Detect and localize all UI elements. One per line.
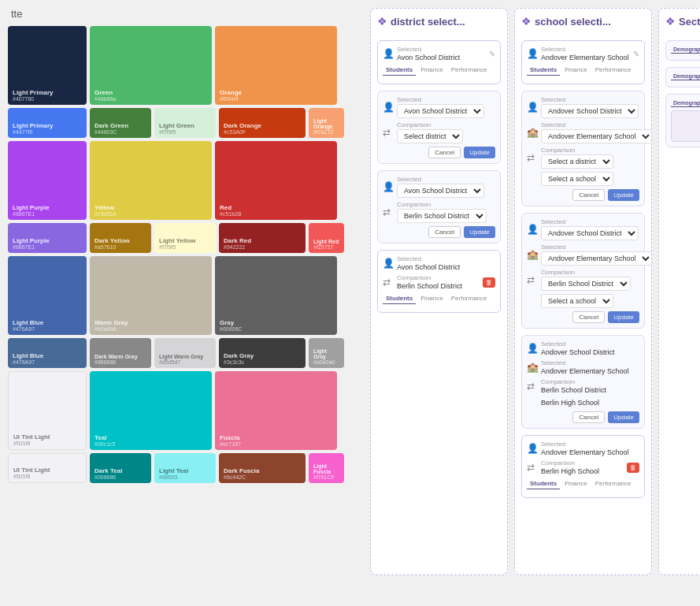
tab-students-4[interactable]: Students <box>383 293 416 304</box>
selected-school-s2[interactable]: Andover Elementary School <box>541 129 652 143</box>
school-tab-performance-1[interactable]: Performance <box>592 65 635 76</box>
school-icon-2b: 🏫 <box>527 127 538 138</box>
color-row-1: Light Primary #407780 Green #4db86a Oran… <box>8 26 362 105</box>
school-person-icon-1: 👤 <box>527 48 538 59</box>
compare-icon-s4a: ⇄ <box>527 381 538 392</box>
district-card-2: 👤 Selected Avon School District ⇄ Compar… <box>377 91 501 164</box>
person-icon-3: 👤 <box>383 181 394 192</box>
school-cancel-btn-3[interactable]: Cancel <box>572 311 605 323</box>
swatch-dark-gray: Dark Gray #3c3c3c <box>219 338 306 368</box>
comparison-school-s2[interactable]: Select a school <box>541 172 613 186</box>
comparison-school-s3[interactable]: Select a school <box>541 294 613 308</box>
school-field-row-3b: 🏫 Selected Andover Elementary School <box>527 244 639 266</box>
school-field-row-3a: 👤 Selected Andover School District <box>527 218 639 240</box>
school-card-2: 👤 Selected Andover School District 🏫 Sel… <box>521 91 645 206</box>
section-tab-demographic-2[interactable]: Demographic <box>671 72 700 80</box>
school-tab-row-5: Students Finance Performance <box>527 478 639 489</box>
swatch-red: Red #c51b2B <box>215 141 337 220</box>
swatch-fuscia: Fuscia #ec7197 <box>215 371 337 450</box>
comparison-district-3[interactable]: Berlin School District <box>397 209 487 223</box>
district-panel-header: ❖ district select... <box>377 15 501 32</box>
school-tab-students-5[interactable]: Students <box>527 478 560 489</box>
swatch-purple: Light Purple #8867E1 <box>8 141 87 220</box>
section-panel-icon: ❖ <box>665 15 676 28</box>
school-btn-row-2: Cancel Update <box>527 189 639 201</box>
edit-icon-1[interactable]: ✎ <box>489 50 495 58</box>
school-tab-finance-5[interactable]: Finance <box>561 478 590 489</box>
compare-icon-2: ⇄ <box>383 127 394 138</box>
selected-school-s3[interactable]: Andover Elementary School <box>541 251 652 266</box>
section-tab-row-2: Demographic Perf <box>671 72 700 80</box>
person-icon-1: 👤 <box>383 48 394 59</box>
school-field-row-4a: 👤 Selected Andover School District <box>527 340 639 356</box>
person-icon-2: 👤 <box>383 102 394 113</box>
tab-finance-1[interactable]: Finance <box>417 65 446 76</box>
comparison-district-s3[interactable]: Berlin School District <box>541 277 631 291</box>
school-update-btn-3[interactable]: Update <box>608 311 639 323</box>
compare-icon-4: ⇄ <box>383 277 394 288</box>
selected-district-s3[interactable]: Andover School District <box>541 226 639 240</box>
swatch-dark-warm-gray: Dark Warm Gray #888888 <box>90 338 151 368</box>
school-panel: ❖ school selecti... 👤 Selected Andover E… <box>514 8 652 575</box>
swatch-light-purple: Light Purple #8867E1 <box>8 223 87 253</box>
comparison-field-row-2: ⇄ Comparison Select district <box>383 121 495 143</box>
comparison-district-s2[interactable]: Select a district <box>541 154 613 169</box>
school-edit-icon-1[interactable]: ✎ <box>633 50 639 58</box>
district-tab-row-4: Students Finance Performance <box>383 293 495 304</box>
update-btn-3[interactable]: Update <box>464 226 495 238</box>
swatch-light-blue: Light Blue #476A97 <box>8 338 87 368</box>
section-card-2: Demographic Perf <box>665 67 700 87</box>
school-delete-btn-5[interactable]: 🗑 <box>627 463 639 473</box>
color-row-5: Light Blue #476A97 Warm Gray #b0a88A Gra… <box>8 256 362 335</box>
swatch-light-warm-gray: Light Warm Gray #d5d5d7 <box>154 338 216 368</box>
swatch-light-green: Light Green #f7f9f5 <box>154 108 216 138</box>
cancel-btn-3[interactable]: Cancel <box>428 226 461 238</box>
school-update-btn-4[interactable]: Update <box>608 411 639 423</box>
selected-district-2[interactable]: Avon School District <box>397 104 484 118</box>
comparison-field-row-3: ⇄ Comparison Berlin School District <box>383 201 495 223</box>
section-panel: ❖ Section Fil Demographic Finance Perf D… <box>658 8 700 575</box>
selected-district-3[interactable]: Avon School District <box>397 184 484 198</box>
school-panel-icon: ❖ <box>521 15 531 28</box>
tab-performance-1[interactable]: Performance <box>448 65 491 76</box>
selected-district-s2[interactable]: Andover School District <box>541 104 639 118</box>
school-icon-3b: 🏫 <box>527 249 538 260</box>
section-panel-title: Section Fil <box>679 16 700 28</box>
school-panel-header: ❖ school selecti... <box>521 15 645 32</box>
tab-performance-4[interactable]: Performance <box>448 293 491 304</box>
swatch-light-red: Light Red #f25757 <box>309 223 344 253</box>
school-tab-students-1[interactable]: Students <box>527 65 560 76</box>
school-panel-title: school selecti... <box>535 16 611 28</box>
school-update-btn-2[interactable]: Update <box>608 189 639 201</box>
district-card-4: 👤 Selected Avon School District ⇄ Compar… <box>377 250 501 313</box>
school-tab-finance-1[interactable]: Finance <box>561 65 590 76</box>
swatch-ui-tint: UI Tint Light #f1f1f6 <box>8 371 87 450</box>
comparison-district-2[interactable]: Select district <box>397 129 463 143</box>
section-empty-box <box>671 110 700 142</box>
color-grid: Light Primary #407780 Green #4db86a Oran… <box>8 26 362 483</box>
school-comparison-row-4b: ⇄ Berlin High School <box>527 397 639 408</box>
section-tab-demographic-3[interactable]: Demographic <box>671 99 700 107</box>
school-comparison-row-3a: ⇄ Comparison Berlin School District <box>527 269 639 291</box>
tab-finance-4[interactable]: Finance <box>417 293 446 304</box>
school-icon-5a: 👤 <box>527 443 538 454</box>
tab-students-1[interactable]: Students <box>383 65 416 76</box>
section-tab-demographic-1[interactable]: Demographic <box>671 46 700 54</box>
update-btn-2[interactable]: Update <box>464 147 495 158</box>
swatch-green: Green #4db86a <box>90 26 212 105</box>
swatch-dark-navy: Light Primary #407780 <box>8 26 87 105</box>
school-cancel-btn-2[interactable]: Cancel <box>572 189 605 201</box>
section-tab-row-1: Demographic Finance Perf <box>671 46 700 54</box>
color-row-8: UI Tint Light #f1f1f6 Dark Teal #008686 … <box>8 453 362 483</box>
district-field-row-1: 👤 Selected Avon School District ✎ <box>383 46 495 61</box>
delete-btn-4[interactable]: 🗑 <box>483 277 495 288</box>
swatch-light-primary: Light Primary #4477f0 <box>8 108 87 138</box>
school-tab-performance-5[interactable]: Performance <box>592 478 635 489</box>
school-cancel-btn-4[interactable]: Cancel <box>572 411 605 423</box>
section-panel-header: ❖ Section Fil <box>665 15 700 32</box>
swatch-gray: Gray #60606C <box>215 256 337 335</box>
compare-icon-s3a: ⇄ <box>527 274 538 285</box>
cancel-btn-2[interactable]: Cancel <box>428 147 461 158</box>
btn-row-2: Cancel Update <box>383 147 495 158</box>
school-icon-3a: 👤 <box>527 224 538 235</box>
